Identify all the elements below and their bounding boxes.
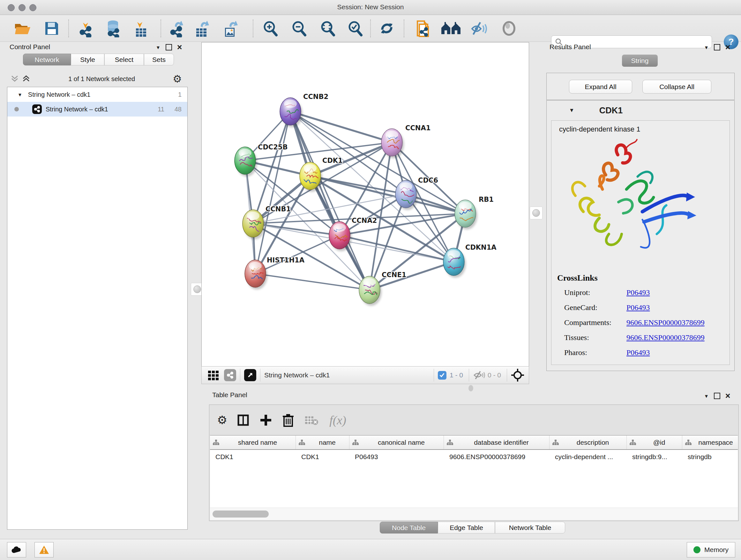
scrollbar-thumb[interactable] [212, 510, 269, 517]
crosslink-value-link[interactable]: 9606.ENSP00000378699 [626, 318, 704, 327]
network-node-ccnb2[interactable] [280, 98, 302, 127]
expand-all-button[interactable]: Expand All [569, 80, 632, 94]
table-horizontal-scrollbar[interactable] [210, 508, 738, 520]
crosslink-value-link[interactable]: P06493 [626, 348, 650, 357]
crosslink-value-link[interactable]: P06493 [626, 288, 650, 297]
show-columns-icon[interactable] [237, 414, 250, 427]
warning-button[interactable] [35, 542, 54, 557]
delete-column-icon[interactable] [282, 414, 294, 427]
panel-close-icon[interactable]: × [725, 45, 731, 50]
export-network-button[interactable] [169, 19, 186, 37]
tree-expand-icon[interactable]: ▼ [17, 92, 22, 98]
zoom-in-button[interactable] [262, 20, 279, 37]
crosslinks-list: Uniprot:P06493GeneCard:P06493Compartment… [564, 285, 724, 360]
table-header-cell[interactable]: description [549, 435, 627, 449]
export-table-button[interactable] [194, 19, 210, 37]
panel-collapse-icon[interactable]: ▼ [704, 45, 709, 50]
open-folder-icon [14, 21, 31, 36]
zoom-selected-button[interactable] [347, 20, 364, 37]
network-node-ccne1[interactable] [359, 276, 382, 306]
network-selected-status: 1 of 1 Network selected [30, 75, 173, 83]
tab-edge-table[interactable]: Edge Table [438, 522, 495, 534]
network-node-ccna2[interactable] [329, 222, 352, 251]
table-header-cell[interactable]: namespace [682, 435, 738, 449]
toolbar-separator [160, 19, 161, 37]
table-header-cell[interactable]: shared name [210, 435, 296, 449]
node-label-rb1: RB1 [479, 196, 494, 203]
network-edge[interactable] [255, 273, 369, 290]
open-session-button[interactable] [14, 21, 31, 36]
zoom-out-button[interactable] [290, 20, 308, 37]
tab-style[interactable]: Style [71, 54, 105, 65]
crosslink-value-link[interactable]: P06493 [626, 303, 650, 312]
import-network-database-button[interactable] [105, 19, 123, 37]
warning-icon [39, 545, 49, 554]
cloud-button[interactable] [7, 542, 26, 557]
save-session-button[interactable] [44, 21, 59, 36]
gear-icon[interactable]: ⚙ [173, 73, 182, 85]
glass-ball-button[interactable] [501, 21, 517, 36]
results-gene-section: ▼ CDK1 cyclin-dependent kinase 1 [546, 100, 735, 371]
panel-collapse-icon[interactable]: ▼ [156, 45, 160, 50]
table-settings-gear-icon[interactable]: ⚙ [217, 414, 227, 427]
string-home-button[interactable] [441, 21, 461, 36]
right-splitter-handle[interactable] [530, 206, 542, 219]
collapse-all-icon[interactable] [10, 74, 19, 83]
network-overview-icon[interactable] [224, 369, 236, 381]
network-edge[interactable] [340, 235, 454, 262]
control-panel-title: Control Panel [10, 43, 50, 51]
panel-close-icon[interactable]: × [725, 393, 731, 398]
expand-all-icon[interactable] [22, 74, 30, 83]
tab-node-table[interactable]: Node Table [380, 522, 438, 534]
selected-checkbox-icon[interactable] [438, 371, 447, 380]
hidden-eye-icon[interactable] [473, 370, 485, 380]
table-panel-window-controls: ▼ × [704, 393, 731, 399]
clone-network-button[interactable] [415, 19, 432, 38]
table-header-cell[interactable]: canonical name [349, 435, 444, 449]
section-collapse-icon[interactable]: ▼ [569, 107, 575, 114]
network-node-cdkn1a[interactable] [443, 248, 466, 278]
tab-sets[interactable]: Sets [144, 54, 174, 65]
network-edge[interactable] [253, 224, 454, 262]
tab-network[interactable]: Network [23, 54, 71, 65]
panel-float-icon[interactable] [714, 393, 720, 399]
tab-network-table[interactable]: Network Table [495, 522, 565, 534]
table-row[interactable]: CDK1CDK1P064939606.ENSP00000378699cyclin… [210, 450, 738, 464]
network-view-canvas[interactable]: CCNB2CCNA1CDC25BCDK1CDC6RB1CCNB1CCNA2CDK… [201, 42, 529, 367]
table-header-cell[interactable]: database identifier [444, 435, 549, 449]
import-table-button[interactable] [133, 19, 149, 37]
table-header-cell[interactable]: @id [627, 435, 682, 449]
crosslink-value-link[interactable]: 9606.ENSP00000378699 [626, 333, 704, 342]
tab-string[interactable]: String [622, 55, 658, 67]
zoom-fit-button[interactable] [319, 20, 336, 37]
detach-view-icon[interactable] [244, 369, 256, 381]
column-tree-icon [352, 439, 359, 446]
gene-section-header[interactable]: ▼ CDK1 [547, 101, 734, 120]
memory-button[interactable]: Memory [687, 542, 735, 557]
table-header-cell[interactable]: name [296, 435, 349, 449]
network-list-toolbar: 1 of 1 Network selected ⚙ [3, 71, 189, 87]
network-state-dot-icon [14, 107, 19, 111]
collapse-all-button[interactable]: Collapse All [643, 80, 711, 94]
zoom-out-icon [290, 20, 308, 37]
node-label-hist1h1a: HIST1H1A [267, 256, 305, 264]
hide-labels-button[interactable] [470, 20, 488, 37]
panel-collapse-icon[interactable]: ▼ [704, 393, 709, 399]
network-edge[interactable] [290, 111, 392, 142]
network-edge[interactable] [255, 235, 340, 273]
grid-view-icon[interactable] [207, 369, 219, 381]
network-edge[interactable] [290, 111, 465, 213]
import-network-file-button[interactable] [78, 19, 95, 37]
panel-float-icon[interactable] [165, 44, 172, 51]
tab-select[interactable]: Select [105, 54, 144, 65]
birds-eye-icon[interactable] [511, 368, 524, 382]
refresh-view-button[interactable] [379, 20, 395, 37]
panel-close-icon[interactable]: × [177, 45, 182, 50]
network-node-rb1[interactable] [455, 200, 477, 230]
export-image-button[interactable] [222, 19, 239, 37]
panel-float-icon[interactable] [714, 44, 720, 51]
add-column-icon[interactable] [260, 414, 272, 426]
network-node-hist1h1a[interactable] [245, 260, 269, 290]
network-tree-root-row[interactable]: ▼ String Network – cdk1 1 [7, 87, 187, 102]
network-tree-child-row[interactable]: String Network – cdk1 11 48 [7, 102, 187, 117]
